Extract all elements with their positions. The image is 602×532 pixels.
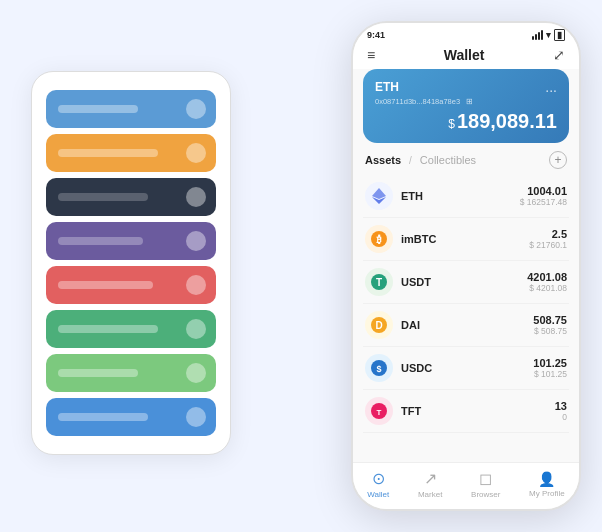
market-nav-label: Market [418,490,442,499]
asset-name-usdt: USDT [401,276,527,288]
asset-amount-tft: 13 [555,400,567,412]
phone-mockup: 9:41 ▾ ▮ ≡ Wallet ⤢ ETH ... [351,21,581,511]
asset-item-tft[interactable]: T TFT 13 0 [363,390,569,433]
asset-item-imbtc[interactable]: ₿ imBTC 2.5 $ 21760.1 [363,218,569,261]
asset-usd-usdt: $ 4201.08 [527,283,567,293]
nav-wallet[interactable]: ⊙ Wallet [367,469,389,499]
bottom-nav: ⊙ Wallet ↗ Market ◻ Browser 👤 My Profile [353,462,579,509]
asset-item-dai[interactable]: D DAI 508.75 $ 508.75 [363,304,569,347]
wifi-icon: ▾ [546,30,551,40]
eth-card-label: ETH [375,80,399,94]
asset-usd-usdc: $ 101.25 [533,369,567,379]
nav-market[interactable]: ↗ Market [418,469,442,499]
asset-item-usdc[interactable]: $ USDC 101.25 $ 101.25 [363,347,569,390]
svg-text:$: $ [376,364,381,374]
nav-profile[interactable]: 👤 My Profile [529,471,565,498]
asset-list: ETH 1004.01 $ 162517.48 ₿ imBTC 2.5 $ 21… [353,175,579,462]
asset-amounts-usdt: 4201.08 $ 4201.08 [527,271,567,293]
profile-nav-icon: 👤 [538,471,555,487]
list-item[interactable] [46,354,216,392]
asset-name-tft: TFT [401,405,555,417]
tab-collectibles[interactable]: Collectibles [420,154,476,166]
list-item[interactable] [46,266,216,304]
asset-name-eth: ETH [401,190,520,202]
asset-usd-eth: $ 162517.48 [520,197,567,207]
card-stack [31,71,231,455]
phone-header: ≡ Wallet ⤢ [353,43,579,69]
market-nav-icon: ↗ [424,469,437,488]
asset-name-usdc: USDC [401,362,533,374]
eth-balance: $189,089.11 [375,110,557,133]
asset-name-dai: DAI [401,319,533,331]
imbtc-icon: ₿ [365,225,393,253]
list-item[interactable] [46,134,216,172]
list-item[interactable] [46,398,216,436]
menu-icon[interactable]: ≡ [367,47,375,63]
status-icons: ▾ ▮ [532,29,565,41]
status-time: 9:41 [367,30,385,40]
asset-amounts-usdc: 101.25 $ 101.25 [533,357,567,379]
assets-header: Assets / Collectibles + [353,151,579,175]
list-item[interactable] [46,90,216,128]
usdt-icon: T [365,268,393,296]
svg-text:D: D [375,320,382,331]
tab-separator: / [409,155,412,166]
asset-amount-imbtc: 2.5 [529,228,567,240]
svg-marker-0 [372,188,386,199]
eth-more-button[interactable]: ... [545,79,557,95]
wallet-nav-icon: ⊙ [372,469,385,488]
asset-usd-imbtc: $ 21760.1 [529,240,567,250]
asset-amounts-imbtc: 2.5 $ 21760.1 [529,228,567,250]
page-title: Wallet [444,47,485,63]
svg-text:T: T [377,408,382,417]
asset-amounts-dai: 508.75 $ 508.75 [533,314,567,336]
add-asset-button[interactable]: + [549,151,567,169]
profile-nav-label: My Profile [529,489,565,498]
asset-amount-usdc: 101.25 [533,357,567,369]
eth-icon [365,182,393,210]
svg-text:T: T [376,277,382,288]
usdc-icon: $ [365,354,393,382]
eth-address: 0x08711d3b...8418a78e3 ⊞ [375,97,557,106]
scan-icon[interactable]: ⤢ [553,47,565,63]
scene: 9:41 ▾ ▮ ≡ Wallet ⤢ ETH ... [21,21,581,511]
svg-text:₿: ₿ [376,234,382,245]
list-item[interactable] [46,310,216,348]
list-item[interactable] [46,178,216,216]
asset-item-usdt[interactable]: T USDT 4201.08 $ 4201.08 [363,261,569,304]
list-item[interactable] [46,222,216,260]
status-bar: 9:41 ▾ ▮ [353,23,579,43]
eth-card[interactable]: ETH ... 0x08711d3b...8418a78e3 ⊞ $189,08… [363,69,569,143]
signal-icon [532,30,543,40]
asset-amounts-tft: 13 0 [555,400,567,422]
battery-icon: ▮ [554,29,565,41]
tab-assets[interactable]: Assets [365,154,401,166]
assets-tabs: Assets / Collectibles [365,154,476,166]
tft-icon: T [365,397,393,425]
asset-amount-usdt: 4201.08 [527,271,567,283]
asset-item-eth[interactable]: ETH 1004.01 $ 162517.48 [363,175,569,218]
asset-amount-eth: 1004.01 [520,185,567,197]
asset-name-imbtc: imBTC [401,233,529,245]
nav-browser[interactable]: ◻ Browser [471,469,500,499]
asset-usd-tft: 0 [555,412,567,422]
asset-amount-dai: 508.75 [533,314,567,326]
asset-usd-dai: $ 508.75 [533,326,567,336]
dai-icon: D [365,311,393,339]
asset-amounts-eth: 1004.01 $ 162517.48 [520,185,567,207]
browser-nav-icon: ◻ [479,469,492,488]
browser-nav-label: Browser [471,490,500,499]
wallet-nav-label: Wallet [367,490,389,499]
